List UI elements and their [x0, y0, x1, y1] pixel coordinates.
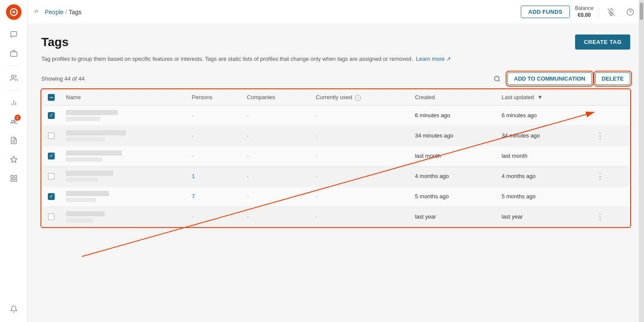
- content-area: Tags CREATE TAG Tag profiles to group th…: [28, 24, 644, 322]
- sidebar-item-analytics[interactable]: [5, 94, 22, 111]
- row-currently-used-cell: -: [311, 166, 410, 186]
- last-updated-value: 5 months ago: [501, 193, 535, 200]
- row-last-updated-cell: 34 minutes ago: [496, 125, 588, 146]
- table-body: ✓ ---6 minutes ago6 minutes ago ---34 mi…: [42, 105, 630, 227]
- search-button[interactable]: [490, 72, 504, 86]
- row-checkbox[interactable]: [48, 132, 55, 139]
- name-bar-bottom: [66, 198, 96, 202]
- row-checkbox[interactable]: [48, 213, 55, 220]
- help-icon[interactable]: [623, 5, 637, 19]
- row-created-cell: 4 months ago: [410, 166, 496, 186]
- svg-rect-2: [10, 52, 17, 56]
- header-persons: Persons: [187, 90, 242, 106]
- topbar-divider: [599, 7, 599, 17]
- row-created-cell: last year: [410, 206, 496, 227]
- row-name-cell: [61, 105, 187, 125]
- name-bar-top: [66, 130, 126, 135]
- row-last-updated-cell: last month: [496, 146, 588, 166]
- name-bar-bottom: [66, 137, 105, 141]
- row-persons-cell: 1: [187, 166, 242, 186]
- brand-logo[interactable]: [6, 4, 22, 20]
- persons-dash: -: [192, 153, 193, 159]
- breadcrumb-people[interactable]: People: [45, 9, 64, 16]
- page-title: Tags: [41, 35, 68, 49]
- tags-table-container: − Name Persons Companies Currently used …: [41, 89, 630, 227]
- add-to-communication-button[interactable]: ADD TO COMMUNICATION: [507, 72, 592, 85]
- name-bar-top: [66, 171, 113, 176]
- sidebar-item-reviews[interactable]: [5, 151, 22, 168]
- expand-button[interactable]: [31, 6, 41, 18]
- created-value: last month: [415, 153, 441, 159]
- persons-dash: -: [192, 213, 193, 220]
- scrollbar[interactable]: [639, 0, 644, 322]
- name-bar-bottom: [66, 218, 94, 222]
- row-currently-used-cell: -: [311, 146, 410, 166]
- row-checkbox-cell: [42, 125, 61, 146]
- row-checkbox-cell: ✓: [42, 146, 61, 166]
- row-currently-used-cell: -: [311, 206, 410, 227]
- persons-dash: -: [192, 112, 193, 119]
- created-value: last year: [415, 213, 436, 220]
- svg-line-22: [498, 80, 500, 81]
- row-menu-button[interactable]: ⋮: [594, 131, 607, 141]
- sidebar-item-content[interactable]: [5, 132, 22, 149]
- table-header: − Name Persons Companies Currently used …: [42, 90, 630, 106]
- row-persons-cell: -: [187, 206, 242, 227]
- scrollbar-thumb[interactable]: [640, 3, 643, 20]
- sidebar-item-audiences[interactable]: 1: [5, 113, 22, 130]
- row-checkbox[interactable]: [48, 173, 55, 180]
- row-actions-cell: ⋮: [588, 125, 630, 146]
- table-row: ---last yearlast year⋮: [42, 206, 630, 227]
- row-companies-cell: -: [242, 146, 311, 166]
- row-menu-button[interactable]: ⋮: [594, 171, 607, 181]
- last-updated-value: 34 minutes ago: [501, 132, 540, 139]
- name-bar-bottom: [66, 117, 100, 121]
- sidebar-item-tickets[interactable]: [5, 45, 22, 62]
- balance-label: Balance: [575, 5, 594, 12]
- row-last-updated-cell: 6 minutes ago: [496, 105, 588, 125]
- persons-link[interactable]: 1: [192, 173, 195, 179]
- sidebar-item-chat[interactable]: [5, 26, 22, 43]
- row-companies-cell: -: [242, 105, 311, 125]
- sidebar-item-settings[interactable]: [5, 170, 22, 187]
- sidebar-divider-2: [7, 90, 20, 91]
- header-actions: [588, 90, 630, 106]
- row-last-updated-cell: last year: [496, 206, 588, 227]
- sort-icon[interactable]: ▼: [537, 94, 543, 100]
- svg-rect-14: [14, 179, 16, 181]
- balance-block: Balance €0.00: [575, 5, 594, 19]
- row-name-cell: [61, 166, 187, 186]
- header-currently-used: Currently used i: [311, 90, 410, 106]
- audiences-badge: 1: [15, 115, 21, 121]
- svg-point-1: [12, 11, 15, 13]
- currently-used-value: -: [316, 193, 317, 200]
- row-companies-cell: -: [242, 186, 311, 206]
- row-checkbox[interactable]: ✓: [48, 112, 55, 119]
- mute-icon[interactable]: [604, 5, 618, 19]
- sidebar-item-people[interactable]: [5, 69, 22, 87]
- companies-dash: -: [247, 153, 249, 159]
- select-all-checkbox[interactable]: −: [48, 94, 55, 101]
- svg-rect-13: [14, 175, 16, 178]
- row-menu-button[interactable]: ⋮: [594, 212, 607, 222]
- breadcrumb-separator: /: [65, 9, 67, 16]
- companies-dash: -: [247, 213, 249, 220]
- persons-link[interactable]: 7: [192, 193, 195, 200]
- row-created-cell: last month: [410, 146, 496, 166]
- add-funds-button[interactable]: ADD FUNDS: [521, 6, 569, 18]
- delete-button[interactable]: DELETE: [595, 72, 630, 85]
- last-updated-value: last month: [501, 153, 527, 159]
- sidebar-item-notifications[interactable]: [5, 300, 22, 318]
- row-checkbox-cell: [42, 206, 61, 227]
- row-actions-cell: [588, 105, 630, 125]
- currently-used-info-icon[interactable]: i: [355, 95, 361, 101]
- learn-more-link[interactable]: Learn more ↗: [416, 56, 451, 62]
- tags-table: − Name Persons Companies Currently used …: [42, 90, 630, 227]
- name-bar-bottom: [66, 157, 103, 162]
- name-bar-top: [66, 150, 122, 156]
- row-checkbox[interactable]: ✓: [48, 193, 55, 200]
- create-tag-button[interactable]: CREATE TAG: [575, 34, 630, 50]
- name-bars: [66, 211, 181, 222]
- row-checkbox[interactable]: ✓: [48, 153, 55, 159]
- svg-point-21: [495, 76, 499, 81]
